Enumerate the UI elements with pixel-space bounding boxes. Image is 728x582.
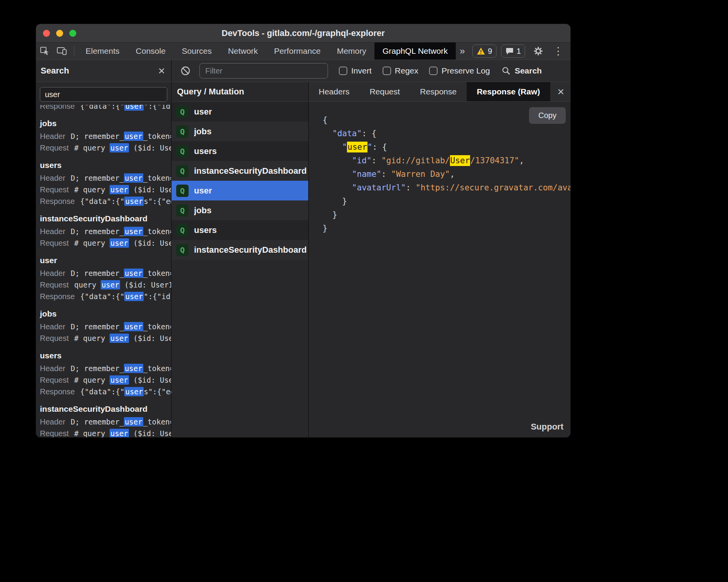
- search-input[interactable]: [40, 87, 167, 102]
- invert-checkbox[interactable]: Invert: [339, 66, 372, 75]
- message-icon: [505, 47, 514, 55]
- preserve-log-checkbox[interactable]: Preserve Log: [429, 66, 490, 75]
- search-result-line[interactable]: HeaderD; remember_user_token=e: [40, 267, 171, 279]
- detail-tab-request[interactable]: Request: [359, 82, 410, 101]
- search-result-line[interactable]: HeaderD; remember_user_token=e: [40, 416, 171, 428]
- search-result-line[interactable]: HeaderD; remember_user_token=e: [40, 172, 171, 184]
- close-window-button[interactable]: [43, 30, 50, 37]
- code-segment: D; remember_: [71, 269, 124, 277]
- query-list-item[interactable]: Qjobs: [172, 122, 308, 141]
- checkbox-icon: [429, 67, 438, 75]
- search-result-line[interactable]: Response{"data":{"users":{"edges: [40, 386, 171, 397]
- query-list-item[interactable]: Quser: [172, 102, 308, 122]
- window-title: DevTools - gitlab.com/-/graphql-explorer: [36, 28, 570, 38]
- result-line-code: D; remember_user_token=e: [71, 364, 171, 373]
- result-line-code: D; remember_user_token=e: [71, 227, 171, 236]
- code-segment: {"data":{": [80, 387, 124, 396]
- search-section-title[interactable]: instanceSecurityDashboard: [40, 214, 171, 223]
- settings-gear-icon[interactable]: [530, 46, 547, 56]
- result-line-type: Header: [40, 174, 65, 182]
- search-result-line[interactable]: Request# query user ($id: UserI: [40, 142, 171, 154]
- code-segment: "name": [352, 169, 381, 179]
- search-result-line[interactable]: Request# query user ($id: UserI: [40, 332, 171, 344]
- search-result-line[interactable]: Request# query user ($id: UserI: [40, 374, 171, 386]
- code-segment: s":{"edges: [144, 387, 171, 396]
- inspect-icon[interactable]: [36, 43, 53, 60]
- traffic-lights: [36, 30, 76, 37]
- query-list-item[interactable]: QinstanceSecurityDashboard: [172, 240, 308, 260]
- support-link[interactable]: Support: [531, 422, 563, 432]
- search-result-line[interactable]: HeaderD; remember_user_token=e: [40, 321, 171, 332]
- warnings-badge[interactable]: 9: [472, 45, 496, 58]
- code-segment: ": [367, 142, 373, 152]
- copy-button[interactable]: Copy: [529, 107, 566, 124]
- search-section-title[interactable]: users: [40, 161, 171, 170]
- search-result-line[interactable]: Requestquery user ($id: UserI: [40, 279, 171, 291]
- search-result-line[interactable]: Response{"data":{"user":{"id":"gi: [40, 291, 171, 302]
- query-list-item[interactable]: QinstanceSecurityDashboard: [172, 161, 308, 181]
- query-list: QuserQjobsQusersQinstanceSecurityDashboa…: [172, 102, 308, 437]
- result-line-code: D; remember_user_token=e: [71, 322, 171, 331]
- match-highlight: user: [347, 142, 367, 152]
- query-panel-title: Query / Mutation: [172, 82, 308, 102]
- tab-graphql-network[interactable]: GraphQL Network: [374, 43, 456, 60]
- result-line-type: Response: [40, 387, 75, 396]
- tab-memory[interactable]: Memory: [329, 43, 374, 60]
- tab-network[interactable]: Network: [220, 43, 266, 60]
- tab-console[interactable]: Console: [128, 43, 174, 60]
- search-result-line[interactable]: Response{"data":{"users":{"edges: [40, 195, 171, 207]
- search-section-title[interactable]: instanceSecurityDashboard: [40, 404, 171, 414]
- result-line-type: Request: [40, 281, 69, 289]
- match-highlight: user: [124, 132, 143, 141]
- detail-close-icon[interactable]: ×: [557, 86, 564, 98]
- search-section-title[interactable]: user: [40, 256, 171, 265]
- search-result-line[interactable]: HeaderD; remember_user_token=e: [40, 363, 171, 374]
- tab-elements[interactable]: Elements: [77, 43, 128, 60]
- code-segment: ($id: UserI: [129, 239, 171, 247]
- more-tabs-icon[interactable]: »: [456, 43, 469, 60]
- clear-icon[interactable]: [177, 66, 194, 76]
- match-highlight: user: [124, 387, 144, 396]
- query-name: instanceSecurityDashboard: [194, 245, 307, 255]
- search-section-title[interactable]: jobs: [40, 119, 171, 128]
- device-toolbar-icon[interactable]: [53, 43, 71, 60]
- query-name: jobs: [194, 205, 211, 216]
- tab-sources[interactable]: Sources: [174, 43, 220, 60]
- query-list-item[interactable]: Qusers: [172, 220, 308, 240]
- toolbar-search-label: Search: [515, 66, 542, 75]
- filter-input[interactable]: [199, 63, 328, 79]
- search-panel-close-icon[interactable]: ×: [158, 65, 165, 77]
- regex-checkbox[interactable]: Regex: [383, 66, 419, 75]
- code-segment: "https://secure.gravatar.com/avatar: [416, 183, 570, 192]
- kebab-menu-icon[interactable]: ⋮: [551, 46, 565, 56]
- code-segment: {"data":{": [80, 197, 124, 205]
- query-type-badge-icon: Q: [176, 204, 189, 217]
- issues-badge[interactable]: 1: [501, 45, 525, 58]
- search-result-line[interactable]: HeaderD; remember_user_token=e: [40, 130, 171, 142]
- detail-tab-response[interactable]: Response: [410, 82, 467, 101]
- search-result-line[interactable]: Request# query user ($id: UserI: [40, 237, 171, 249]
- query-list-item[interactable]: Qjobs: [172, 200, 308, 220]
- match-highlight: user: [124, 269, 143, 278]
- devtools-tabstrip: ElementsConsoleSourcesNetworkPerformance…: [36, 43, 570, 60]
- result-line-type: Request: [40, 144, 69, 152]
- toolbar-search-button[interactable]: Search: [501, 66, 542, 75]
- search-section-title[interactable]: users: [40, 351, 171, 360]
- detail-tab-headers[interactable]: Headers: [309, 82, 359, 101]
- result-line-type: Request: [40, 429, 69, 437]
- result-line-code: # query user ($id: UserI: [74, 375, 172, 385]
- search-result-line[interactable]: Request# query user ($id: UserI: [40, 184, 171, 195]
- query-list-item[interactable]: Quser: [172, 181, 308, 200]
- search-result-line[interactable]: Request# query user ($id: UserI: [40, 428, 171, 437]
- search-icon: [501, 66, 511, 75]
- result-line-code: D; remember_user_token=e: [71, 269, 171, 278]
- search-section-title[interactable]: jobs: [40, 309, 171, 318]
- search-result-line[interactable]: Response{"data":{"user":{"id":"gi: [40, 105, 171, 112]
- query-list-item[interactable]: Qusers: [172, 141, 308, 161]
- minimize-window-button[interactable]: [56, 30, 63, 37]
- tab-performance[interactable]: Performance: [266, 43, 329, 60]
- match-highlight: user: [110, 429, 129, 437]
- detail-tab-response-raw[interactable]: Response (Raw): [467, 82, 550, 101]
- search-result-line[interactable]: HeaderD; remember_user_token=e: [40, 226, 171, 237]
- zoom-window-button[interactable]: [69, 30, 76, 37]
